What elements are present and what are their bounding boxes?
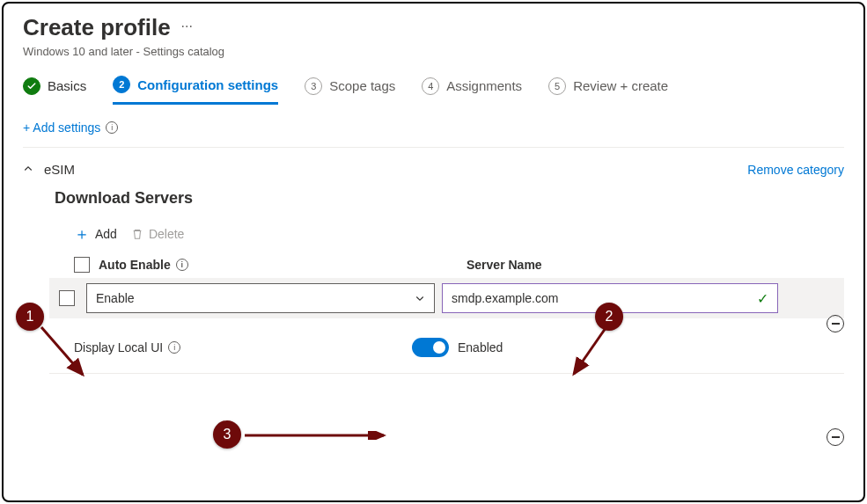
select-all-checkbox[interactable] bbox=[74, 257, 90, 273]
display-local-ui-label: Display Local UI bbox=[74, 340, 163, 354]
collapse-button[interactable] bbox=[827, 315, 844, 332]
step-number-icon: 2 bbox=[113, 76, 130, 93]
callout-1: 1 bbox=[16, 303, 44, 331]
auto-enable-dropdown[interactable]: Enable bbox=[86, 283, 435, 313]
callout-2: 2 bbox=[595, 303, 623, 331]
tab-label: Basics bbox=[48, 78, 86, 93]
chevron-down-icon bbox=[415, 293, 425, 303]
dropdown-value: Enable bbox=[96, 291, 135, 305]
wizard-tabs: Basics 2 Configuration settings 3 Scope … bbox=[23, 76, 844, 105]
add-label: Add bbox=[95, 227, 117, 241]
tab-label: Scope tags bbox=[329, 78, 395, 93]
step-number-icon: 5 bbox=[548, 77, 566, 95]
toggle-state-label: Enabled bbox=[458, 340, 503, 354]
divider bbox=[23, 147, 844, 148]
column-header-auto-enable: Auto Enable bbox=[99, 258, 171, 272]
tab-label: Review + create bbox=[573, 78, 668, 93]
tab-configuration-settings[interactable]: 2 Configuration settings bbox=[113, 76, 278, 105]
add-button[interactable]: ＋ Add bbox=[74, 223, 117, 245]
divider bbox=[49, 373, 844, 374]
step-number-icon: 4 bbox=[422, 77, 439, 95]
plus-icon: ＋ bbox=[74, 223, 90, 245]
tab-basics[interactable]: Basics bbox=[23, 77, 86, 104]
page-subtitle: Windows 10 and later - Settings catalog bbox=[23, 45, 844, 58]
chevron-up-icon[interactable] bbox=[23, 163, 33, 177]
table-row: Enable smdp.example.com ✓ bbox=[49, 278, 844, 318]
section-title: Download Servers bbox=[55, 189, 844, 208]
tab-label: Assignments bbox=[446, 78, 522, 93]
input-value: smdp.example.com bbox=[452, 291, 558, 305]
delete-button: Delete bbox=[131, 227, 184, 241]
trash-icon bbox=[131, 228, 143, 240]
step-number-icon: 3 bbox=[305, 77, 322, 95]
delete-label: Delete bbox=[149, 227, 184, 241]
info-icon[interactable]: i bbox=[168, 341, 180, 354]
page-title: Create profile bbox=[23, 14, 171, 41]
column-header-server-name: Server Name bbox=[467, 258, 542, 272]
row-checkbox[interactable] bbox=[59, 290, 75, 306]
check-icon bbox=[23, 77, 40, 95]
tab-scope-tags[interactable]: 3 Scope tags bbox=[305, 77, 395, 104]
category-name: eSIM bbox=[44, 162, 75, 177]
tab-assignments[interactable]: 4 Assignments bbox=[422, 77, 522, 104]
check-icon: ✓ bbox=[757, 290, 768, 307]
display-local-ui-toggle[interactable] bbox=[412, 338, 449, 357]
tab-review-create[interactable]: 5 Review + create bbox=[548, 77, 668, 104]
more-icon[interactable]: ··· bbox=[181, 18, 193, 38]
remove-category-link[interactable]: Remove category bbox=[747, 163, 844, 177]
info-icon[interactable]: i bbox=[176, 259, 188, 271]
toggle-knob bbox=[433, 341, 445, 354]
collapse-button[interactable] bbox=[827, 428, 844, 446]
tab-label: Configuration settings bbox=[137, 77, 278, 92]
callout-3: 3 bbox=[213, 420, 241, 449]
info-icon[interactable]: i bbox=[106, 121, 118, 134]
add-settings-link[interactable]: + Add settings bbox=[23, 121, 100, 135]
